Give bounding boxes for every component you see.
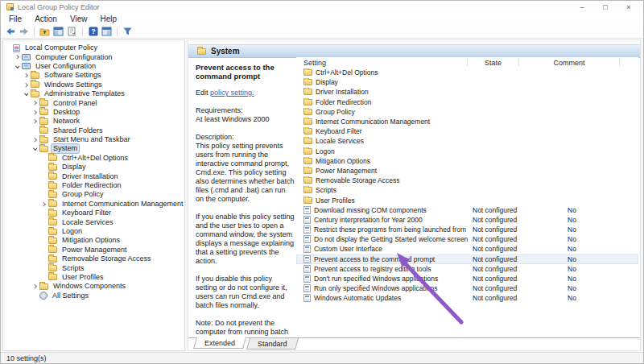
list-row-group-policy[interactable]: Group Policy [296, 107, 638, 117]
list-row-custom-user-interface[interactable]: Custom User InterfaceNot configuredNo [296, 244, 638, 254]
status-bar: 10 setting(s) [1, 352, 643, 363]
tree-item-control-panel[interactable]: Control Panel [3, 98, 184, 107]
list-row-logon[interactable]: Logon [296, 147, 638, 156]
chevron-down-icon[interactable] [14, 66, 21, 68]
chevron-down-icon[interactable] [23, 93, 30, 95]
tree-item-shared-folders[interactable]: Shared Folders [3, 126, 184, 135]
policy-icon [303, 225, 311, 234]
list-row-power-management[interactable]: Power Management [296, 166, 638, 176]
tree-item-internet-communication-management[interactable]: Internet Communication Management [3, 200, 184, 209]
chevron-down-icon[interactable] [31, 148, 39, 150]
column-header-comment[interactable]: Comment [519, 58, 620, 67]
tree-item-system[interactable]: System [3, 144, 184, 153]
folder-icon [48, 274, 57, 280]
list-row-locale-services[interactable]: Locale Services [296, 136, 638, 146]
chevron-right-icon[interactable] [14, 56, 21, 59]
maximize-button[interactable]: □ [601, 2, 609, 12]
comment-cell: No [519, 275, 620, 283]
list-row-internet-communication-management[interactable]: Internet Communication Management [296, 117, 638, 126]
tree-item-display[interactable]: Display [3, 163, 184, 172]
menu-view[interactable]: View [64, 14, 94, 25]
column-header-setting[interactable]: Setting [296, 58, 468, 67]
tree-item-administrative-templates[interactable]: Administrative Templates [3, 89, 184, 98]
tree-item-ctrl-alt-del-options[interactable]: Ctrl+Alt+Del Options [3, 154, 184, 163]
help-icon[interactable]: ? [88, 27, 98, 37]
list-row-removable-storage-access[interactable]: Removable Storage Access [296, 176, 638, 185]
tree-item-mitigation-options[interactable]: Mitigation Options [3, 236, 184, 245]
tree-item-locale-services[interactable]: Locale Services [3, 217, 184, 226]
list-row-restrict-these-programs-from-being-launched-from-help[interactable]: Restrict these programs from being launc… [296, 225, 638, 234]
tree-item-power-management[interactable]: Power Management [3, 246, 184, 254]
chevron-right-icon[interactable] [31, 139, 39, 142]
setting-name: Century interpretation for Year 2000 [314, 216, 423, 224]
tree-item-software-settings[interactable]: Software Settings [3, 71, 184, 80]
menu-file[interactable]: File [2, 14, 28, 25]
column-header-state[interactable]: State [468, 58, 519, 67]
folder-icon [39, 109, 48, 115]
export-list-icon[interactable] [67, 27, 77, 37]
chevron-right-icon[interactable] [31, 285, 39, 288]
list-row-prevent-access-to-registry-editing-tools[interactable]: Prevent access to registry editing tools… [296, 264, 638, 274]
setting-name-cell: Prevent access to registry editing tools [296, 265, 468, 273]
tree-item-windows-components[interactable]: Windows Components [3, 282, 184, 291]
tab-extended[interactable]: Extended [193, 337, 246, 349]
tree-item-start-menu-and-taskbar[interactable]: Start Menu and Taskbar [3, 135, 184, 144]
list-row-don-t-run-specified-windows-applications[interactable]: Don't run specified Windows applications… [296, 274, 638, 283]
folder-icon [303, 138, 312, 144]
back-icon[interactable] [5, 27, 15, 37]
list-row-ctrl-alt-del-options[interactable]: Ctrl+Alt+Del Options [296, 68, 638, 77]
description-paragraph: If you enable this policy setting and th… [196, 213, 295, 266]
chevron-right-icon[interactable] [40, 203, 47, 206]
tree-item-windows-settings[interactable]: Windows Settings [3, 81, 184, 89]
list-row-user-profiles[interactable]: User Profiles [296, 195, 638, 205]
tree-item-group-policy[interactable]: Group Policy [3, 190, 184, 199]
tree-item-driver-installation[interactable]: Driver Installation [3, 172, 184, 180]
list-row-driver-installation[interactable]: Driver Installation [296, 87, 638, 97]
chevron-right-icon[interactable] [23, 84, 30, 87]
minimize-button[interactable]: – [578, 2, 586, 12]
setting-name: Power Management [316, 167, 377, 175]
list-row-do-not-display-the-getting-started-welcome-screen-at-logon[interactable]: Do not display the Getting Started welco… [296, 234, 638, 244]
menu-action[interactable]: Action [28, 14, 64, 25]
tree-item-desktop[interactable]: Desktop [3, 108, 184, 117]
list-row-century-interpretation-for-year-2000[interactable]: Century interpretation for Year 2000Not … [296, 215, 638, 225]
list-row-run-only-specified-windows-applications[interactable]: Run only specified Windows applicationsN… [296, 283, 638, 293]
chevron-right-icon[interactable] [31, 101, 39, 105]
filter-icon[interactable] [122, 27, 133, 37]
policy-setting-link[interactable]: policy setting. [210, 89, 254, 97]
tree-item-local-computer-policy[interactable]: Local Computer Policy [3, 43, 184, 52]
tree-item-keyboard-filter[interactable]: Keyboard Filter [3, 209, 184, 217]
tree-item-computer-configuration[interactable]: Computer Configuration [3, 52, 184, 61]
tree-item-all-settings[interactable]: All Settings [3, 292, 184, 300]
list-row-prevent-access-to-the-command-prompt[interactable]: Prevent access to the command promptNot … [296, 254, 638, 264]
tree-item-user-configuration[interactable]: User Configuration [3, 62, 184, 71]
list-row-display[interactable]: Display [296, 77, 638, 87]
requirements-label: Requirements: [196, 106, 295, 115]
up-one-level-icon[interactable] [39, 27, 50, 37]
tree-item-user-profiles[interactable]: User Profiles [3, 273, 184, 282]
tree-item-label: Group Policy [60, 190, 105, 199]
tab-standard[interactable]: Standard [246, 338, 299, 350]
tree-item-scripts[interactable]: Scripts [3, 263, 184, 272]
list-row-folder-redirection[interactable]: Folder Redirection [296, 97, 638, 107]
menu-help[interactable]: Help [93, 14, 123, 25]
show-console-tree-icon[interactable] [53, 27, 64, 37]
setting-name: Internet Communication Management [316, 118, 430, 126]
chevron-right-icon[interactable] [23, 74, 30, 77]
forward-icon[interactable] [19, 27, 29, 37]
action-pane-icon[interactable] [101, 27, 112, 37]
list-row-scripts[interactable]: Scripts [296, 185, 638, 195]
list-row-download-missing-com-components[interactable]: Download missing COM componentsNot confi… [296, 205, 638, 215]
tree-item-network[interactable]: Network [3, 117, 184, 126]
chevron-right-icon[interactable] [31, 111, 39, 114]
edit-policy-line: Edit policy setting. [196, 89, 295, 97]
chevron-right-icon[interactable] [31, 120, 39, 123]
tree-item-folder-redirection[interactable]: Folder Redirection [3, 181, 184, 190]
tree-item-logon[interactable]: Logon [3, 227, 184, 236]
list-row-windows-automatic-updates[interactable]: Windows Automatic UpdatesNot configuredN… [296, 293, 638, 303]
folder-icon [48, 219, 57, 225]
tree-item-removable-storage-access[interactable]: Removable Storage Access [3, 254, 184, 263]
close-button[interactable]: × [625, 2, 633, 12]
list-row-keyboard-filter[interactable]: Keyboard Filter [296, 126, 638, 136]
list-row-mitigation-options[interactable]: Mitigation Options [296, 156, 638, 166]
